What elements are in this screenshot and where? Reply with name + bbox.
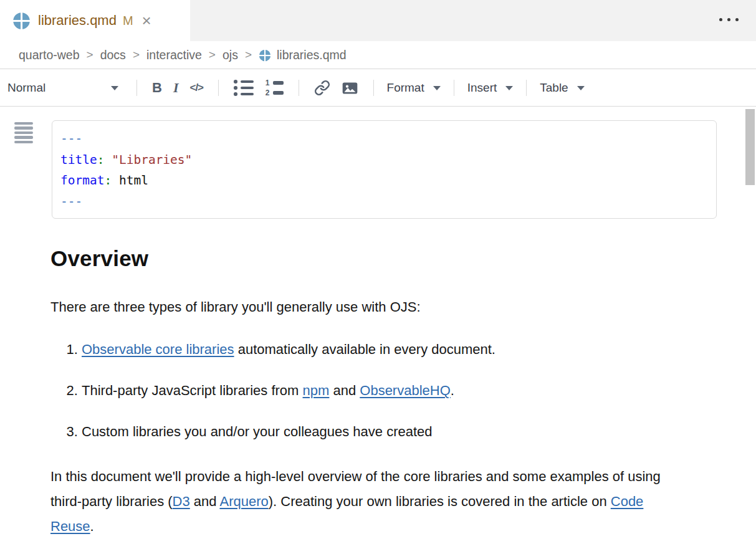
code-button[interactable]: </>	[189, 82, 203, 94]
link-icon	[314, 80, 330, 96]
modified-badge: M	[123, 14, 133, 28]
chevron-right-icon: >	[87, 48, 93, 62]
toolbar-divider	[373, 80, 374, 96]
doc-link[interactable]: Arquero	[219, 494, 268, 509]
vertical-scrollbar-thumb[interactable]	[745, 109, 755, 185]
breadcrumb-item-interactive[interactable]: interactive	[146, 48, 202, 62]
chevron-down-icon	[505, 86, 513, 90]
chevron-right-icon: >	[245, 48, 252, 62]
chevron-down-icon	[433, 86, 441, 90]
doc-link[interactable]: ObservableHQ	[360, 383, 451, 398]
image-button[interactable]	[342, 80, 358, 97]
paragraph-style-select[interactable]: Normal	[7, 81, 118, 95]
toolbar-divider	[526, 80, 527, 96]
doc-link[interactable]: Observable core libraries	[82, 341, 234, 357]
page-title: Overview	[50, 246, 717, 271]
bold-button[interactable]: B	[152, 80, 162, 96]
toolbar-divider	[136, 80, 137, 96]
closing-paragraph: In this document we'll provide a high-le…	[50, 464, 681, 539]
table-menu[interactable]: Table	[540, 81, 584, 95]
breadcrumb: quarto-web > docs > interactive > ojs > …	[0, 41, 756, 69]
bullet-list-icon	[234, 80, 254, 96]
quarto-icon	[259, 49, 271, 62]
close-icon[interactable]: ×	[142, 12, 151, 29]
intro-paragraph: There are three types of library you'll …	[50, 298, 717, 316]
breadcrumb-item-ojs[interactable]: ojs	[222, 48, 238, 62]
doc-link[interactable]: npm	[303, 383, 330, 398]
toolbar-divider	[454, 80, 454, 96]
more-actions-icon[interactable]	[719, 18, 739, 21]
tab-strip: libraries.qmd M ×	[0, 0, 756, 41]
chevron-down-icon	[577, 86, 585, 90]
list-item: Observable core libraries automatically …	[82, 341, 717, 358]
doc-link[interactable]: D3	[173, 494, 190, 509]
library-list: Observable core libraries automatically …	[50, 341, 717, 441]
italic-button[interactable]: I	[173, 80, 179, 96]
toolbar-divider	[218, 80, 219, 96]
tab-libraries-qmd[interactable]: libraries.qmd M ×	[0, 0, 190, 41]
link-button[interactable]	[314, 80, 330, 96]
numbered-list-icon: 1 2	[265, 79, 284, 97]
bullet-list-button[interactable]	[234, 80, 254, 96]
quarto-icon	[12, 12, 31, 30]
format-toolbar: Normal B I </> 1 2 Format	[0, 70, 756, 107]
format-menu[interactable]: Format	[387, 81, 441, 95]
yaml-front-matter-block[interactable]: ---title: "Libraries"format: html---	[52, 120, 717, 219]
list-item: Third-party JavaScript libraries from np…	[82, 382, 717, 399]
chevron-right-icon: >	[209, 48, 216, 62]
numbered-list-button[interactable]: 1 2	[265, 79, 284, 97]
chevron-right-icon: >	[133, 48, 140, 62]
breadcrumb-item-file[interactable]: libraries.qmd	[277, 48, 347, 62]
editor-content: ---title: "Libraries"format: html--- Ove…	[0, 107, 756, 554]
image-icon	[342, 80, 358, 97]
chevron-down-icon	[111, 86, 118, 90]
list-item: Custom libraries you and/or your colleag…	[82, 423, 717, 441]
breadcrumb-item-quarto-web[interactable]: quarto-web	[19, 48, 80, 62]
paragraph-style-value: Normal	[7, 81, 45, 95]
breadcrumb-item-docs[interactable]: docs	[100, 48, 126, 62]
insert-menu[interactable]: Insert	[467, 81, 514, 95]
toolbar-divider	[299, 80, 299, 96]
tab-filename: libraries.qmd	[38, 12, 117, 29]
document-body: Overview There are three types of librar…	[50, 246, 717, 539]
block-drag-handle-icon[interactable]	[14, 122, 33, 143]
